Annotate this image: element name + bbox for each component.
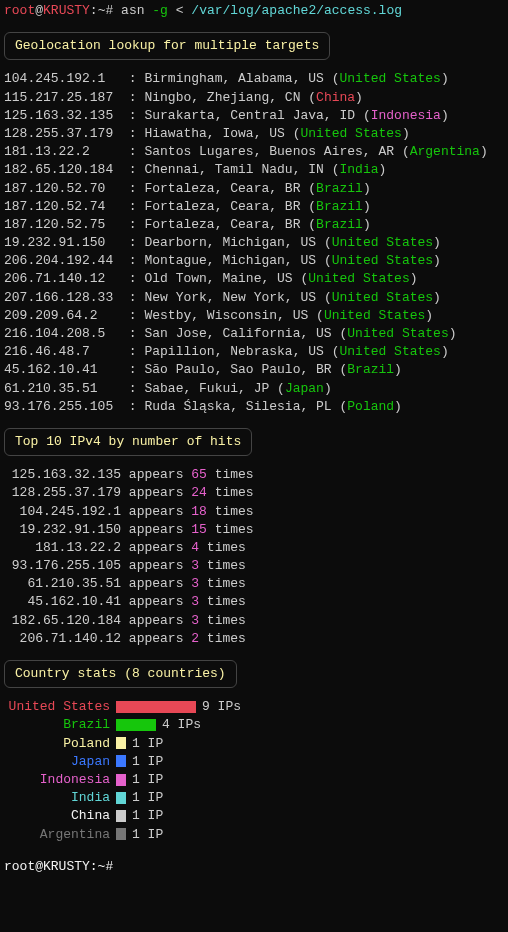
stat-bar [116,755,126,767]
geo-location: Surakarta, Central Java, ID [144,108,355,123]
stat-count: 1 IP [126,754,163,769]
geo-location: Santos Lugares, Buenos Aires, AR [144,144,394,159]
hit-row: 61.210.35.51 appears 3 times [4,575,504,593]
stat-country: China [4,807,116,825]
top-hits-list: 125.163.32.135 appears 65 times 128.255.… [0,464,508,650]
stat-country: United States [4,698,116,716]
geo-row: 216.46.48.7 : Papillion, Nebraska, US (U… [4,343,504,361]
stat-country: Japan [4,753,116,771]
geo-country: United States [339,344,440,359]
stat-country: Argentina [4,826,116,844]
geo-row: 19.232.91.150 : Dearborn, Michigan, US (… [4,234,504,252]
hit-count: 4 [191,540,199,555]
stat-bar [116,828,126,840]
geo-location: Fortaleza, Ceara, BR [144,199,300,214]
geo-country: Brazil [347,362,394,377]
hit-row: 182.65.120.184 appears 3 times [4,612,504,630]
hit-ip: 61.210.35.51 [4,576,121,591]
geo-country: Japan [285,381,324,396]
geo-ip: 206.204.192.44 [4,253,121,268]
stat-count: 1 IP [126,736,163,751]
hit-count: 3 [191,594,199,609]
geo-ip: 104.245.192.1 [4,71,121,86]
geo-ip: 125.163.32.135 [4,108,121,123]
geo-row: 187.120.52.70 : Fortaleza, Ceara, BR (Br… [4,180,504,198]
geo-ip: 187.120.52.74 [4,199,121,214]
cmd-flag: -g [152,3,168,18]
geo-country: United States [347,326,448,341]
geo-location: São Paulo, Sao Paulo, BR [144,362,331,377]
geo-row: 45.162.10.41 : São Paulo, Sao Paulo, BR … [4,361,504,379]
hit-ip: 104.245.192.1 [4,504,121,519]
stat-bar [116,701,196,713]
stat-country: Indonesia [4,771,116,789]
geo-location: Westby, Wisconsin, US [144,308,308,323]
hit-ip: 19.232.91.150 [4,522,121,537]
stat-bar [116,737,126,749]
stat-count: 4 IPs [156,717,201,732]
geo-ip: 187.120.52.75 [4,217,121,232]
top-hits-box-header: Top 10 IPv4 by number of hits [4,428,252,456]
geo-country: United States [324,308,425,323]
hit-row: 19.232.91.150 appears 15 times [4,521,504,539]
geo-row: 187.120.52.74 : Fortaleza, Ceara, BR (Br… [4,198,504,216]
stat-country: Brazil [4,716,116,734]
cmd-path: /var/log/apache2/access.log [191,3,402,18]
hit-row: 181.13.22.2 appears 4 times [4,539,504,557]
geo-row: 104.245.192.1 : Birmingham, Alabama, US … [4,70,504,88]
hit-row: 104.245.192.1 appears 18 times [4,503,504,521]
geo-location: Chennai, Tamil Nadu, IN [144,162,323,177]
geolocation-title: Geolocation lookup for multiple targets [15,38,319,53]
geo-location: Sabae, Fukui, JP [144,381,269,396]
geo-row: 115.217.25.187 : Ningbo, Zhejiang, CN (C… [4,89,504,107]
prompt-user: root [4,3,35,18]
prompt-line-2[interactable]: root@KRUSTY:~# [0,856,508,878]
cmd-name: asn [121,3,144,18]
geo-ip: 187.120.52.70 [4,181,121,196]
geo-location: Birmingham, Alabama, US [144,71,323,86]
hit-row: 125.163.32.135 appears 65 times [4,466,504,484]
geo-country: United States [332,253,433,268]
hit-ip: 181.13.22.2 [4,540,121,555]
stat-count: 9 IPs [196,699,241,714]
geo-row: 206.71.140.12 : Old Town, Maine, US (Uni… [4,270,504,288]
geo-row: 206.204.192.44 : Montague, Michigan, US … [4,252,504,270]
stat-count: 1 IP [126,808,163,823]
hit-count: 15 [191,522,207,537]
hit-ip: 93.176.255.105 [4,558,121,573]
geo-location: Fortaleza, Ceara, BR [144,181,300,196]
geo-row: 125.163.32.135 : Surakarta, Central Java… [4,107,504,125]
hit-row: 93.176.255.105 appears 3 times [4,557,504,575]
stat-bar [116,810,126,822]
geo-country: Poland [347,399,394,414]
geo-country: Indonesia [371,108,441,123]
geo-ip: 93.176.255.105 [4,399,121,414]
geo-row: 182.65.120.184 : Chennai, Tamil Nadu, IN… [4,161,504,179]
hit-ip: 182.65.120.184 [4,613,121,628]
geo-ip: 128.255.37.179 [4,126,121,141]
geo-ip: 61.210.35.51 [4,381,121,396]
hit-count: 65 [191,467,207,482]
geo-country: United States [308,271,409,286]
hit-count: 3 [191,576,199,591]
hit-row: 45.162.10.41 appears 3 times [4,593,504,611]
hit-ip: 128.255.37.179 [4,485,121,500]
stat-bar [116,719,156,731]
prompt-line: root@KRUSTY:~# asn -g < /var/log/apache2… [0,0,508,22]
hit-row: 206.71.140.12 appears 2 times [4,630,504,648]
geo-row: 209.209.64.2 : Westby, Wisconsin, US (Un… [4,307,504,325]
prompt-2-text: root@KRUSTY:~# [4,859,113,874]
geo-ip: 206.71.140.12 [4,271,121,286]
geo-ip: 115.217.25.187 [4,90,121,105]
country-stats-title: Country stats (8 countries) [15,666,226,681]
hit-count: 3 [191,558,199,573]
hit-ip: 125.163.32.135 [4,467,121,482]
geo-location: Old Town, Maine, US [144,271,292,286]
stat-row: Japan1 IP [4,753,504,771]
geo-country: United States [332,235,433,250]
geolocation-box-header: Geolocation lookup for multiple targets [4,32,330,60]
geo-row: 187.120.52.75 : Fortaleza, Ceara, BR (Br… [4,216,504,234]
geo-country: Argentina [410,144,480,159]
stat-bar [116,792,126,804]
geo-location: Fortaleza, Ceara, BR [144,217,300,232]
